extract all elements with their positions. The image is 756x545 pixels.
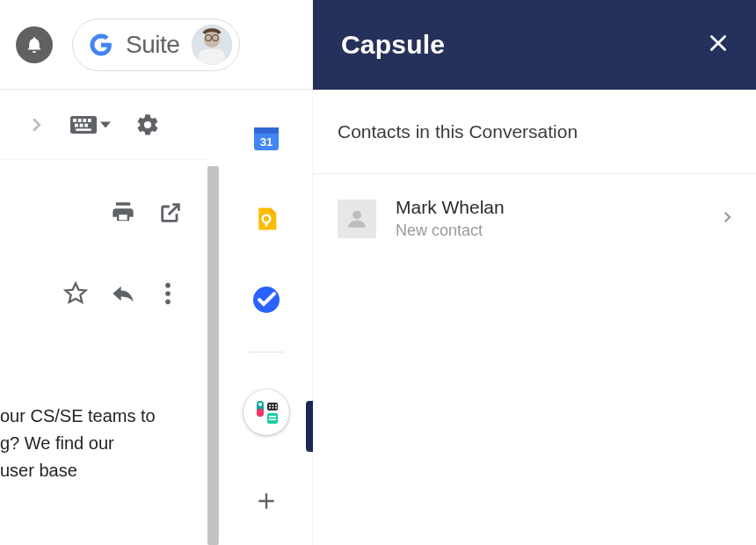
google-g-icon <box>89 33 113 57</box>
gmail-toolbar <box>0 90 211 160</box>
body-line: g? We find our <box>0 430 185 457</box>
svg-rect-8 <box>83 119 86 122</box>
contacts-section-title: Contacts in this Conversation <box>313 90 756 174</box>
close-icon[interactable] <box>707 32 730 58</box>
more-vert-icon[interactable] <box>158 281 178 306</box>
chevron-right-icon <box>719 209 735 229</box>
google-side-rail: 31 <box>219 90 313 545</box>
active-addon-marker <box>306 401 313 452</box>
calendar-icon[interactable]: 31 <box>251 123 281 153</box>
svg-text:31: 31 <box>259 135 272 149</box>
star-icon[interactable] <box>63 281 88 306</box>
rail-separator <box>249 352 284 352</box>
suite-label: Suite <box>126 31 179 59</box>
message-actions-row-1 <box>0 186 211 239</box>
svg-point-29 <box>275 404 277 406</box>
svg-rect-18 <box>254 127 279 134</box>
svg-rect-12 <box>84 123 88 127</box>
body-line: our CS/SE teams to <box>0 403 185 430</box>
print-icon[interactable] <box>111 200 135 225</box>
add-addon-icon[interactable] <box>251 486 281 516</box>
svg-point-16 <box>165 300 171 305</box>
gsuite-badge[interactable]: Suite <box>72 18 240 71</box>
capsule-panel-header: Capsule <box>313 0 756 90</box>
message-actions-row-2 <box>0 267 211 320</box>
svg-rect-26 <box>267 403 278 411</box>
svg-point-28 <box>272 404 273 406</box>
notifications-bell-icon[interactable] <box>16 26 53 63</box>
svg-rect-6 <box>73 119 76 122</box>
vertical-scrollbar[interactable] <box>207 166 219 545</box>
gmail-topbar: Suite <box>0 0 313 90</box>
contact-text: Mark Whelan New contact <box>396 197 700 240</box>
svg-rect-21 <box>265 222 267 227</box>
body-line: user base <box>0 457 185 484</box>
contact-subtitle: New contact <box>396 222 700 240</box>
svg-point-24 <box>258 403 262 406</box>
svg-rect-33 <box>267 413 278 424</box>
reply-icon[interactable] <box>111 281 135 306</box>
svg-rect-11 <box>80 123 84 127</box>
svg-point-27 <box>269 404 271 406</box>
svg-rect-35 <box>269 419 276 421</box>
svg-rect-10 <box>75 123 78 127</box>
contact-row[interactable]: Mark Whelan New contact <box>313 174 756 263</box>
svg-rect-7 <box>78 119 82 122</box>
svg-point-30 <box>269 407 271 409</box>
email-body-fragment: our CS/SE teams to g? We find our user b… <box>0 403 189 484</box>
svg-rect-25 <box>257 409 264 417</box>
chevron-right-icon[interactable] <box>26 115 46 134</box>
capsule-addon-icon[interactable] <box>244 389 289 435</box>
contact-name: Mark Whelan <box>396 197 700 218</box>
svg-rect-9 <box>88 119 91 122</box>
svg-rect-5 <box>70 116 97 134</box>
settings-gear-icon[interactable] <box>135 113 160 137</box>
account-avatar[interactable] <box>192 25 232 65</box>
svg-rect-34 <box>269 416 276 418</box>
keep-icon[interactable] <box>251 204 281 234</box>
svg-point-14 <box>165 283 171 288</box>
capsule-panel-title: Capsule <box>341 30 445 60</box>
capsule-panel: Capsule Contacts in this Conversation Ma… <box>313 0 756 545</box>
svg-point-36 <box>353 210 361 219</box>
contact-avatar-placeholder-icon <box>338 200 376 238</box>
svg-point-32 <box>275 407 277 409</box>
svg-rect-2 <box>199 49 225 65</box>
svg-rect-13 <box>76 128 91 131</box>
input-tools-button[interactable] <box>70 115 111 134</box>
open-in-new-icon[interactable] <box>158 200 183 225</box>
tasks-icon[interactable] <box>251 285 281 315</box>
svg-point-15 <box>165 291 171 296</box>
svg-point-31 <box>272 407 273 409</box>
